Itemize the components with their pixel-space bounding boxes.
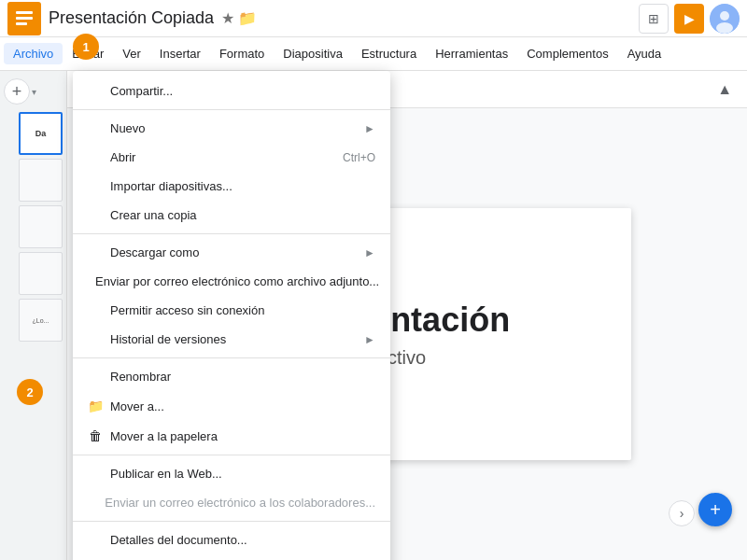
arrow-icon-2: ► (364, 246, 375, 259)
menu-mover[interactable]: 📁 Mover a... (73, 391, 390, 421)
star-icon[interactable]: ★ (221, 9, 234, 27)
menu-estructura[interactable]: Estructura (352, 43, 426, 64)
divider-4 (73, 455, 390, 455)
menu-detalles[interactable]: Detalles del documento... (73, 525, 390, 554)
arrow-icon-3: ► (364, 333, 375, 346)
doc-title[interactable]: Presentación Copiada (49, 8, 214, 28)
arrow-icon: ► (364, 122, 375, 135)
svg-rect-3 (16, 22, 27, 25)
app-logo (7, 2, 41, 35)
svg-point-5 (720, 11, 729, 21)
menu-insertar[interactable]: Insertar (150, 43, 210, 64)
slide-thumb-2[interactable] (19, 159, 63, 202)
slide-thumb-4[interactable] (19, 252, 63, 295)
divider-1 (73, 109, 390, 110)
step-badge-1: 1 (73, 34, 99, 60)
grid-icon: ⊞ (648, 11, 659, 26)
grid-button[interactable]: ⊞ (639, 4, 669, 34)
menu-abrir[interactable]: Abrir Ctrl+O (73, 143, 390, 172)
menu-enviar-correo[interactable]: Enviar por correo electrónico como archi… (73, 267, 390, 296)
svg-point-6 (716, 22, 733, 34)
menu-bar: Archivo Editar Ver Insertar Formato Diap… (0, 37, 747, 71)
menu-ver[interactable]: Ver (113, 43, 150, 64)
menu-renombrar[interactable]: Renombrar (73, 362, 390, 391)
fab-button[interactable]: + (698, 493, 732, 526)
menu-importar[interactable]: Importar diapositivas... (73, 172, 390, 201)
menu-ayuda[interactable]: Ayuda (618, 43, 671, 64)
folder-icon-title[interactable]: 📁 (238, 9, 257, 27)
menu-copia[interactable]: Crear una copia (73, 201, 390, 230)
menu-complementos[interactable]: Complementos (517, 43, 617, 64)
toolbar-collapse-button[interactable]: ▲ (710, 77, 740, 102)
menu-sin-conexion[interactable]: Permitir acceso sin conexión (73, 296, 390, 325)
svg-rect-1 (16, 11, 33, 14)
slide-panel: + ▾ 1 Da 2 3 4 5 ¿Lo... (0, 71, 67, 560)
menu-descargar[interactable]: Descargar como ► (73, 238, 390, 267)
folder-move-icon: 📁 (88, 399, 103, 413)
side-arrow-button[interactable]: › (669, 500, 695, 526)
menu-enviar-colaboradores: Enviar un correo electrónico a los colab… (73, 488, 390, 517)
add-slide-button[interactable]: + (4, 78, 30, 105)
menu-publicar[interactable]: Publicar en la Web... (73, 459, 390, 488)
menu-herramientas[interactable]: Herramientas (426, 43, 517, 64)
menu-compartir[interactable]: Compartir... (73, 77, 390, 105)
toolbar-right: ⊞ ▶ (639, 4, 740, 34)
svg-rect-2 (16, 17, 33, 20)
slide-container-2: 2 (4, 159, 63, 202)
trash-icon: 🗑 (88, 428, 103, 443)
menu-idioma[interactable]: Idioma ► (73, 554, 390, 560)
menu-historial[interactable]: Historial de versiones ► (73, 325, 390, 354)
divider-3 (73, 357, 390, 358)
play-icon: ▶ (684, 11, 695, 26)
slide-container-4: 4 (4, 252, 63, 295)
slide-thumb-1[interactable]: Da (19, 112, 63, 155)
archivo-dropdown: Compartir... Nuevo ► Abrir Ctrl+O Import… (73, 71, 390, 560)
slide-container-3: 3 (4, 205, 63, 248)
menu-archivo[interactable]: Archivo (4, 43, 63, 64)
slide-thumb-5[interactable]: ¿Lo... (19, 299, 63, 342)
menu-nuevo[interactable]: Nuevo ► (73, 114, 390, 143)
slide-container-5: 5 ¿Lo... (4, 299, 63, 342)
menu-diapositiva[interactable]: Diapositiva (274, 43, 352, 64)
step-badge-2: 2 (17, 379, 43, 405)
slide-container-1: 1 Da (4, 112, 63, 155)
slide-thumb-3[interactable] (19, 205, 63, 248)
present-button[interactable]: ▶ (674, 4, 704, 34)
divider-2 (73, 233, 390, 234)
menu-papelera[interactable]: 🗑 Mover a la papelera (73, 421, 390, 451)
divider-5 (73, 521, 390, 522)
menu-formato[interactable]: Formato (210, 43, 274, 64)
title-bar: Presentación Copiada ★ 📁 ⊞ ▶ (0, 0, 747, 37)
user-avatar[interactable] (710, 4, 740, 34)
